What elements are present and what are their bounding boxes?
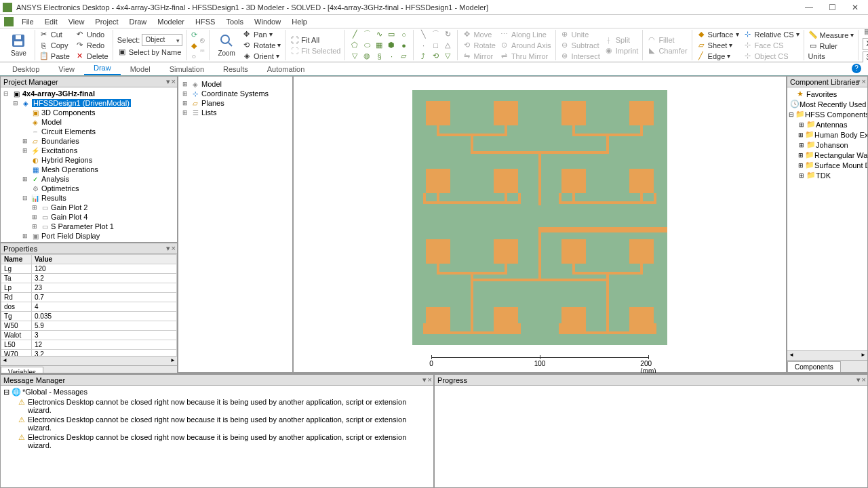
close-panel-icon[interactable]: × <box>172 77 176 86</box>
face-cs-button[interactable]: ⊹Face CS <box>743 41 800 50</box>
revolve-icon[interactable]: ⟲ <box>430 52 441 61</box>
lib-item[interactable]: ⊞📁Human Body Exteriors <box>789 129 866 140</box>
wire-icon[interactable]: ⎓ <box>200 46 205 54</box>
menu-modeler[interactable]: Modeler <box>152 16 190 27</box>
tab-simulation[interactable]: Simulation <box>160 63 214 75</box>
dup-pt-icon[interactable]: · <box>418 41 429 50</box>
select-by-name-button[interactable]: ▣Select by Name <box>117 47 183 57</box>
pin-icon[interactable]: ▾ <box>856 77 861 86</box>
rotate-button[interactable]: ⟲Rotate ▾ <box>242 41 281 50</box>
zoom-button[interactable]: Zoom <box>214 30 239 60</box>
relative-cs-button[interactable]: ⊹Relative CS ▾ <box>743 30 800 39</box>
menu-project[interactable]: Project <box>90 16 123 27</box>
lib-item[interactable]: ⊞📁Antennas <box>789 119 866 129</box>
tree-item[interactable]: ⚙Optimetrics <box>2 184 176 193</box>
menu-tools[interactable]: Tools <box>220 16 249 27</box>
poly-icon[interactable]: ⬠ <box>349 41 360 50</box>
unite-button[interactable]: ⊕Unite <box>560 30 600 39</box>
tab-draw[interactable]: Draw <box>84 62 121 75</box>
imprint-button[interactable]: ◉Imprint <box>604 46 639 56</box>
sweep-icon[interactable]: ⤴ <box>418 52 429 61</box>
tree-item[interactable]: ◈Model <box>2 117 176 127</box>
edge-button[interactable]: ╱Edge ▾ <box>696 52 739 61</box>
close-panel-icon[interactable]: × <box>428 375 432 384</box>
lib-item[interactable]: ★Favorites <box>789 89 866 99</box>
surface-button[interactable]: ◆Surface ▾ <box>696 30 739 39</box>
component-library-tree[interactable]: ★Favorites 🕓Most Recently Used ⊟📁HFSS Co… <box>787 87 867 350</box>
around-axis-button[interactable]: ⊙Around Axis <box>500 41 551 50</box>
orient-button[interactable]: ◈Orient ▾ <box>242 52 281 61</box>
object-cs-button[interactable]: ⊹Object CS <box>743 52 800 61</box>
components-tab[interactable]: Components <box>787 361 841 372</box>
cut-button[interactable]: ✂Cut <box>39 30 70 39</box>
tree-item[interactable]: ▣3D Components <box>2 108 176 117</box>
minimize-button[interactable]: — <box>799 1 819 14</box>
tree-item[interactable]: ◐Hybrid Regions <box>2 155 176 165</box>
cylinder-icon[interactable]: ⬢ <box>386 41 397 50</box>
horizontal-scrollbar[interactable] <box>787 350 867 360</box>
pin-icon[interactable]: ▾ <box>166 244 170 253</box>
view-mode-combo[interactable]: 3D <box>863 52 868 64</box>
ruler-button[interactable]: ▭Ruler <box>808 41 854 51</box>
split-button[interactable]: ⟊Split <box>604 35 639 45</box>
tab-automation[interactable]: Automation <box>258 63 315 75</box>
close-button[interactable]: ✕ <box>845 1 865 14</box>
copy-button[interactable]: ⎘Copy <box>39 41 70 50</box>
lib-item[interactable]: ⊞📁Rectangular Waveguid <box>789 150 866 160</box>
arc-icon[interactable]: ⌒ <box>361 30 372 39</box>
tree-item[interactable]: ⊞▭S Parameter Plot 1 <box>2 222 176 231</box>
close-panel-icon[interactable]: × <box>862 77 866 86</box>
rect-icon[interactable]: ▭ <box>386 30 397 39</box>
lib-item[interactable]: ⊟📁HFSS Components <box>789 109 866 119</box>
tree-item[interactable]: ⊞⊹Coordinate Systems <box>181 89 290 98</box>
tag-icon[interactable]: ◆ <box>191 41 197 50</box>
3d-viewport[interactable]: 0 100 200 (mm) <box>293 76 787 373</box>
variables-tab[interactable]: Variables <box>1 367 43 373</box>
rotate-dup-button[interactable]: ⟲Rotate <box>462 41 495 50</box>
loft-icon[interactable]: ▽ <box>442 52 453 61</box>
dup-sq-icon[interactable]: □ <box>430 41 441 50</box>
tree-item[interactable]: ⊞✓Analysis <box>2 174 176 184</box>
close-panel-icon[interactable]: × <box>172 244 176 253</box>
intersect-button[interactable]: ⊗Intersect <box>560 52 600 61</box>
mirror-button[interactable]: ⇋Mirror <box>462 52 495 61</box>
paste-button[interactable]: 📋Paste <box>39 52 70 61</box>
thru-mirror-button[interactable]: ⇌Thru Mirror <box>500 52 551 61</box>
delete-button[interactable]: ✕Delete <box>75 52 108 61</box>
tree-item[interactable]: ⊞☰Lists <box>181 108 290 117</box>
circle-icon[interactable]: ○ <box>191 52 197 60</box>
pin-icon[interactable]: ▾ <box>856 375 861 384</box>
save-button[interactable]: Save <box>7 30 31 60</box>
measure-button[interactable]: 📏Measure ▾ <box>808 30 854 40</box>
tree-item[interactable]: ⊞▭Gain Plot 4 <box>2 212 176 222</box>
model-tree-panel[interactable]: ⊞◈Model ⊞⊹Coordinate Systems ⊞▱Planes ⊞☰… <box>178 76 293 373</box>
subtract-button[interactable]: ⊖Subtract <box>560 41 600 50</box>
sphere-icon[interactable]: ● <box>398 41 409 50</box>
menu-draw[interactable]: Draw <box>124 16 153 27</box>
tab-model[interactable]: Model <box>121 63 160 75</box>
pin-icon[interactable]: ▾ <box>166 77 170 86</box>
lib-item[interactable]: ⊞📁Surface Mount Device <box>789 160 866 170</box>
tree-item[interactable]: ⊟📊Results <box>2 193 176 203</box>
dup-loop-icon[interactable]: ↻ <box>442 30 453 39</box>
lib-item[interactable]: ⊞📁Johanson <box>789 140 866 150</box>
pin-icon[interactable]: ▾ <box>422 375 427 384</box>
dup-arc-icon[interactable]: ⌒ <box>430 30 441 39</box>
lib-item[interactable]: ⊞📁TDK <box>789 170 866 180</box>
tab-view[interactable]: View <box>49 63 84 75</box>
tree-item[interactable]: ▦Mesh Operations <box>2 165 176 174</box>
menu-view[interactable]: View <box>63 16 90 27</box>
pan-button[interactable]: ✥Pan ▾ <box>242 30 281 39</box>
move-button[interactable]: ✥Move <box>462 30 495 39</box>
tree-design-node[interactable]: ⊟◈HFSSDesign1 (DrivenModal) <box>2 98 176 108</box>
menu-file[interactable]: File <box>16 16 39 27</box>
menu-window[interactable]: Window <box>249 16 286 27</box>
maximize-button[interactable]: ☐ <box>822 1 842 14</box>
fit-selected-button[interactable]: ⛶Fit Selected <box>290 46 340 56</box>
point-icon[interactable]: · <box>386 52 397 61</box>
close-panel-icon[interactable]: × <box>862 375 866 384</box>
spline-icon[interactable]: ∿ <box>374 30 384 39</box>
torus-icon[interactable]: ◍ <box>361 52 372 61</box>
tree-item[interactable]: ⎓Circuit Elements <box>2 127 176 136</box>
grid-button[interactable]: ▦Grid <box>863 27 868 37</box>
